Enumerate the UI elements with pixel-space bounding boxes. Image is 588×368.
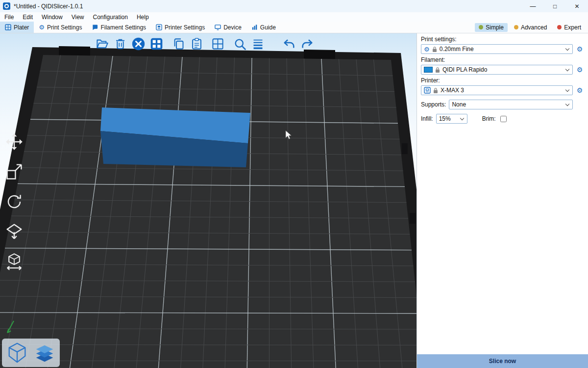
titlebar: *Untitled - QIDISlicer-1.0.1 — □ ✕	[0, 0, 588, 12]
lock-icon	[433, 87, 438, 94]
measure-button[interactable]	[3, 250, 25, 273]
supports-combo[interactable]: None	[449, 100, 573, 109]
preview-view-button[interactable]	[33, 341, 56, 365]
scale-button[interactable]	[3, 160, 25, 183]
copy-icon	[172, 37, 185, 51]
bed-notch	[410, 213, 416, 224]
delete-button[interactable]	[111, 35, 129, 53]
tab-guide[interactable]: Guide	[246, 22, 281, 33]
viewport-3d[interactable]	[0, 33, 416, 368]
menubar: File Edit Window View Configuration Help	[0, 12, 588, 22]
printer-icon	[156, 24, 162, 30]
delete-all-icon	[131, 37, 146, 51]
chevron-down-icon	[565, 67, 569, 71]
tab-printer-settings[interactable]: Printer Settings	[151, 22, 210, 33]
window-title: *Untitled - QIDISlicer-1.0.1	[14, 3, 83, 10]
mode-expert[interactable]: Expert	[553, 23, 585, 32]
device-icon	[215, 24, 221, 30]
advanced-mode-dot	[514, 25, 518, 29]
chevron-down-icon	[565, 88, 569, 92]
simple-mode-dot	[479, 25, 483, 29]
printer-mini-icon	[424, 87, 431, 94]
place-on-face-icon	[5, 223, 23, 240]
viewport-3d-scene	[0, 33, 416, 368]
rotate-button[interactable]	[3, 190, 25, 213]
filament-label: Filament:	[421, 56, 584, 63]
filament-combo[interactable]: QIDI PLA Rapido	[421, 65, 573, 75]
tab-label: Plater	[14, 24, 29, 31]
scale-icon	[5, 163, 23, 181]
printer-value: X-MAX 3	[441, 87, 563, 94]
filament-icon	[92, 24, 98, 30]
redo-icon	[300, 37, 314, 51]
place-on-face-button[interactable]	[3, 220, 25, 243]
measure-icon	[5, 253, 23, 270]
mode-label: Advanced	[521, 24, 547, 31]
supports-value: None	[452, 101, 563, 108]
print-settings-gear-button[interactable]: ⚙	[575, 46, 584, 53]
paste-button[interactable]	[188, 35, 206, 53]
print-settings-combo[interactable]: ⚙ 0.20mm Fine	[421, 44, 573, 54]
print-settings-value: 0.20mm Fine	[440, 46, 563, 53]
gizmo-toolbar	[3, 131, 25, 273]
variable-layer-height-button[interactable]	[249, 35, 267, 53]
lock-icon	[435, 67, 440, 73]
lock-icon	[432, 46, 437, 53]
menu-file[interactable]: File	[0, 12, 18, 22]
menu-help[interactable]: Help	[132, 12, 153, 22]
tab-device[interactable]: Device	[210, 22, 246, 33]
menu-configuration[interactable]: Configuration	[89, 12, 132, 22]
print-object[interactable]	[100, 107, 250, 167]
maximize-button[interactable]: □	[544, 0, 566, 12]
menu-edit[interactable]: Edit	[18, 12, 37, 22]
brim-checkbox[interactable]	[500, 116, 507, 122]
menu-view[interactable]: View	[67, 12, 89, 22]
tab-print-settings[interactable]: ⚙ Print Settings	[34, 22, 87, 33]
print-settings-label: Print settings:	[421, 36, 584, 43]
window-controls: — □ ✕	[522, 0, 588, 12]
delete-all-button[interactable]	[129, 35, 147, 53]
tab-label: Print Settings	[47, 24, 82, 31]
tab-filament-settings[interactable]: Filament Settings	[87, 22, 151, 33]
copy-button[interactable]	[170, 35, 188, 53]
printer-gear-button[interactable]: ⚙	[575, 87, 584, 94]
rotate-icon	[5, 193, 23, 210]
minimize-button[interactable]: —	[522, 0, 544, 12]
mode-label: Expert	[564, 24, 581, 31]
editor-view-button[interactable]	[5, 341, 29, 365]
tab-plater[interactable]: Plater	[0, 22, 34, 33]
infill-combo[interactable]: 15%	[436, 114, 467, 124]
open-button[interactable]	[93, 35, 111, 53]
plater-icon	[5, 24, 11, 30]
chevron-down-icon	[460, 116, 464, 120]
close-button[interactable]: ✕	[566, 0, 588, 12]
split-objects-button[interactable]	[209, 35, 227, 53]
printer-combo[interactable]: X-MAX 3	[421, 85, 573, 95]
tab-label: Filament Settings	[100, 24, 146, 31]
expert-mode-dot	[557, 25, 562, 29]
chevron-down-icon	[565, 102, 569, 106]
redo-button[interactable]	[298, 35, 316, 53]
menu-window[interactable]: Window	[37, 12, 67, 22]
sidebar: Print settings: ⚙ 0.20mm Fine ⚙ Filament…	[416, 33, 588, 368]
app-logo-icon	[3, 2, 10, 10]
tabbar: Plater ⚙ Print Settings Filament Setting…	[0, 22, 588, 33]
move-button[interactable]	[3, 131, 25, 153]
search-button[interactable]	[231, 35, 249, 53]
folder-open-icon	[96, 37, 109, 51]
tab-label: Printer Settings	[165, 24, 205, 31]
undo-icon	[282, 37, 296, 51]
filament-gear-button[interactable]: ⚙	[575, 66, 584, 73]
slice-now-button[interactable]: Slice now	[417, 354, 588, 368]
cube-3d-view-icon	[6, 342, 28, 364]
tab-label: Device	[223, 24, 242, 31]
paste-icon	[190, 37, 203, 51]
arrange-button[interactable]	[147, 35, 166, 53]
undo-button[interactable]	[280, 35, 298, 53]
trash-icon	[114, 37, 127, 51]
app-window: *Untitled - QIDISlicer-1.0.1 — □ ✕ File …	[0, 0, 588, 368]
mode-advanced[interactable]: Advanced	[510, 23, 551, 32]
bed-plate	[0, 55, 416, 368]
guide-icon	[251, 24, 258, 30]
mode-simple[interactable]: Simple	[475, 23, 508, 32]
